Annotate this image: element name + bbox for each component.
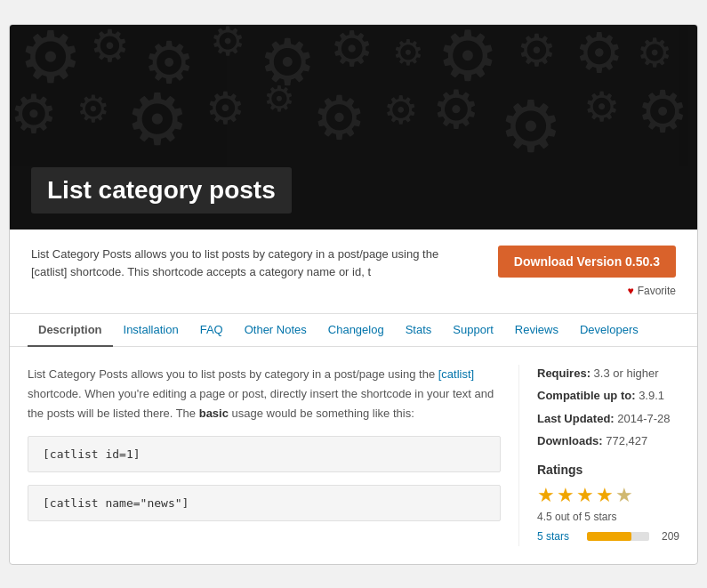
- tab-other-notes[interactable]: Other Notes: [234, 314, 317, 347]
- download-button[interactable]: Download Version 0.50.3: [498, 246, 676, 278]
- code-block-1: [catlist id=1]: [28, 436, 501, 472]
- star-2: ★: [557, 484, 574, 507]
- downloads-row: Downloads: 772,427: [537, 432, 679, 450]
- star-3: ★: [576, 484, 594, 507]
- compatible-label: Compatible up to:: [537, 389, 636, 402]
- 5-stars-count: 209: [655, 530, 679, 543]
- plugin-actions: Download Version 0.50.3 ♥ Favorite: [498, 246, 676, 297]
- tab-reviews[interactable]: Reviews: [504, 314, 569, 347]
- tab-installation[interactable]: Installation: [113, 314, 189, 347]
- star-4: ★: [596, 484, 614, 507]
- hero-banner: ⚙ ⚙ ⚙ ⚙ ⚙ ⚙ ⚙ ⚙ ⚙ ⚙ ⚙ ⚙ ⚙ ⚙ ⚙ ⚙ ⚙ ⚙ ⚙ ⚙ …: [10, 25, 697, 230]
- compatible-row: Compatible up to: 3.9.1: [537, 387, 679, 405]
- plugin-description: List Category Posts allows you to list p…: [31, 246, 458, 283]
- downloads-value: 772,427: [606, 434, 647, 447]
- tab-support[interactable]: Support: [442, 314, 504, 347]
- last-updated-value: 2014-7-28: [617, 412, 670, 425]
- requires-value: 3.3 or higher: [594, 366, 659, 380]
- ratings-title: Ratings: [537, 463, 679, 477]
- tabs-bar: Description Installation FAQ Other Notes…: [10, 314, 697, 347]
- star-5-half: ★: [615, 484, 633, 507]
- 5-stars-bar-track: [587, 532, 649, 541]
- description-paragraph: List Category Posts allows you to list p…: [28, 365, 501, 423]
- basic-text: basic: [199, 407, 229, 420]
- heart-icon: ♥: [628, 285, 634, 297]
- 5-star-breakdown: 5 stars 209: [537, 530, 679, 543]
- 5-stars-label[interactable]: 5 stars: [537, 530, 582, 543]
- plugin-info-row: List Category Posts allows you to list p…: [10, 230, 697, 314]
- requires-label: Requires:: [537, 366, 591, 380]
- favorite-label: Favorite: [638, 285, 676, 297]
- favorite-link[interactable]: ♥ Favorite: [628, 285, 676, 297]
- downloads-label: Downloads:: [537, 434, 603, 447]
- last-updated-row: Last Updated: 2014-7-28: [537, 410, 679, 428]
- main-content: List Category Posts allows you to list p…: [10, 365, 519, 546]
- rating-text: 4.5 out of 5 stars: [537, 511, 679, 523]
- content-area: List Category Posts allows you to list p…: [10, 347, 697, 564]
- requires-row: Requires: 3.3 or higher: [537, 365, 679, 383]
- plugin-title: List category posts: [47, 176, 276, 205]
- code-block-2: [catlist name="news"]: [28, 485, 501, 521]
- tab-stats[interactable]: Stats: [395, 314, 443, 347]
- last-updated-label: Last Updated:: [537, 412, 615, 425]
- tab-changelog[interactable]: Changelog: [317, 314, 395, 347]
- tab-description[interactable]: Description: [28, 314, 113, 347]
- 5-stars-bar-fill: [587, 532, 631, 541]
- tab-faq[interactable]: FAQ: [189, 314, 234, 347]
- catlist-link[interactable]: [catlist]: [438, 367, 474, 381]
- stars-display: ★ ★ ★ ★ ★: [537, 484, 679, 507]
- sidebar-meta: Requires: 3.3 or higher Compatible up to…: [537, 365, 679, 450]
- plugin-sidebar: Requires: 3.3 or higher Compatible up to…: [519, 365, 697, 546]
- compatible-value: 3.9.1: [639, 389, 664, 402]
- hero-title-box: List category posts: [31, 167, 292, 213]
- plugin-window: ⚙ ⚙ ⚙ ⚙ ⚙ ⚙ ⚙ ⚙ ⚙ ⚙ ⚙ ⚙ ⚙ ⚙ ⚙ ⚙ ⚙ ⚙ ⚙ ⚙ …: [9, 24, 698, 565]
- star-1: ★: [537, 484, 555, 507]
- tab-developers[interactable]: Developers: [569, 314, 649, 347]
